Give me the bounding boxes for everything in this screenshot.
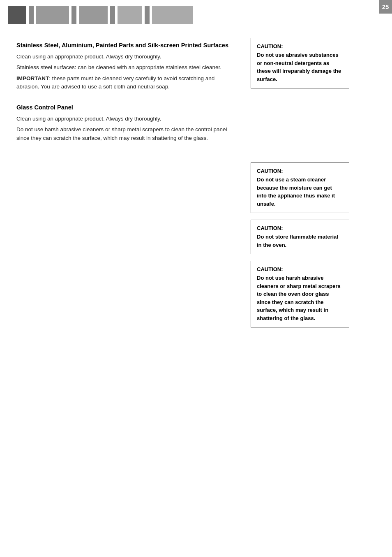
page-number: 25 [379,0,392,14]
left-content: Stainless Steel, Aluminium, Painted Part… [0,30,242,342]
header-block-4 [71,6,76,24]
header-bar [0,0,392,30]
header-block-5 [79,6,108,24]
caution-box-4: CAUTION: Do not use harsh abrasive clean… [251,261,349,327]
caution-box-1: CAUTION: Do not use abrasive substances … [251,38,349,88]
section1-important: IMPORTANT: these parts must be cleaned v… [16,74,230,91]
section1-title: Stainless Steel, Aluminium, Painted Part… [16,42,230,49]
section-stainless-steel: Stainless Steel, Aluminium, Painted Part… [16,42,230,91]
caution4-label: CAUTION: [257,266,343,272]
caution3-label: CAUTION: [257,225,343,231]
important-label: IMPORTANT [16,75,49,81]
caution-box-2: CAUTION: Do not use a steam cleaner beca… [251,162,349,213]
section-glass-panel: Glass Control Panel Clean using an appro… [16,104,230,142]
header-block-9 [152,6,193,24]
caution4-text: Do not use harsh abrasive cleaners or sh… [257,274,343,322]
header-block-8 [145,6,150,24]
header-block-3 [36,6,69,24]
caution1-label: CAUTION: [257,43,343,49]
section1-para2: Stainless steel surfaces: can be cleaned… [16,63,230,72]
right-sidebar: CAUTION: Do not use abrasive substances … [242,30,357,342]
main-layout: Stainless Steel, Aluminium, Painted Part… [0,30,392,342]
header-block-7 [118,6,142,24]
caution3-text: Do not store flammable material in the o… [257,233,343,249]
caution-box-3: CAUTION: Do not store flammable material… [251,220,349,254]
section2-para2: Do not use harsh abrasive cleaners or sh… [16,125,230,142]
caution2-label: CAUTION: [257,168,343,174]
header-block-1 [8,6,26,24]
caution2-text: Do not use a steam cleaner because the m… [257,176,343,208]
caution1-text: Do not use abrasive substances or non-ne… [257,51,343,83]
section2-para1: Clean using an appropriate product. Alwa… [16,115,230,123]
header-block-6 [110,6,115,24]
section2-title: Glass Control Panel [16,104,230,111]
header-block-2 [29,6,34,24]
section1-para1: Clean using an appropriate product. Alwa… [16,53,230,61]
